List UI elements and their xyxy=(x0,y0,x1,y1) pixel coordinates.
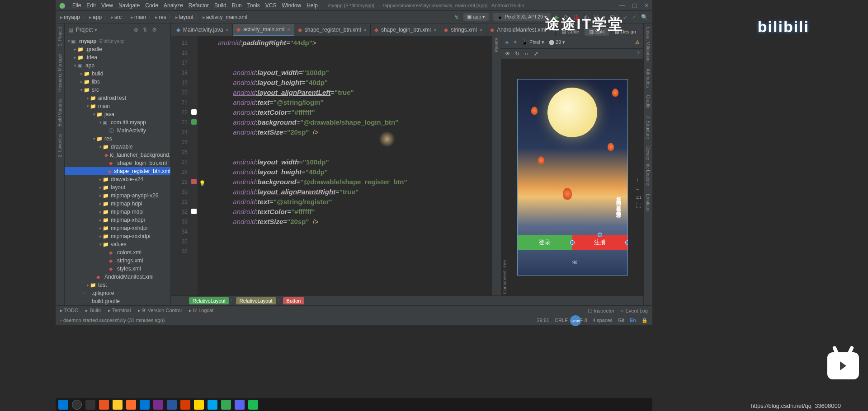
breadcrumb[interactable]: ▸myapp〉▸app〉▸src〉▸main〉▸res〉▸layout〉▸act… xyxy=(60,13,247,21)
tree-item[interactable]: ◆shape_login_btn.xml xyxy=(65,159,170,167)
component-tree-label[interactable]: Component Tree xyxy=(502,260,507,294)
bottom-tab[interactable]: ▸ Terminal xyxy=(108,308,131,313)
tree-item[interactable]: ◆shape_register_btn.xml xyxy=(65,167,170,175)
close-tab-icon[interactable]: × xyxy=(480,27,482,33)
layout-preview[interactable]: 你是遥远的明月 挂在每一个思念你的夜 登录 注册 90 xyxy=(501,59,643,295)
tree-item[interactable]: ▾▣com.ttit.myapp xyxy=(65,118,170,126)
code-crumb[interactable]: RelativeLayout xyxy=(189,297,229,304)
crumb-main[interactable]: main xyxy=(134,14,146,20)
maximize-icon[interactable]: ▢ xyxy=(632,2,637,9)
tool-device-file-explorer[interactable]: Device File Explorer xyxy=(646,145,651,188)
crumb-res[interactable]: res xyxy=(159,14,166,20)
api-level[interactable]: ⬤ 29 ▾ xyxy=(549,39,565,45)
project-view-label[interactable]: Project xyxy=(76,27,93,33)
git-branch[interactable]: Git xyxy=(618,318,624,323)
crumb-myapp[interactable]: myapp xyxy=(64,14,80,20)
tree-item[interactable]: ▾📁java xyxy=(65,110,170,118)
tree-item[interactable]: ▫build.gradle xyxy=(65,297,170,305)
expand-icon[interactable]: ⤢ xyxy=(534,51,538,57)
tool-resource-manager[interactable]: Resource Manager xyxy=(57,51,62,93)
menu-run[interactable]: Run xyxy=(229,1,245,9)
login-button-preview[interactable]: 登录 xyxy=(518,235,573,250)
taskview-icon[interactable] xyxy=(85,400,95,410)
editor-tab[interactable]: ◆shape_register_btn.xml× xyxy=(294,24,371,36)
device-selector[interactable]: 📱 Pixel 3 XL API 29 ▾ xyxy=(493,13,551,21)
profiler-icon[interactable]: ◐ xyxy=(584,14,589,20)
close-tab-icon[interactable]: × xyxy=(363,27,366,33)
app-icon[interactable] xyxy=(99,400,109,410)
tree-item[interactable]: ▾📁src xyxy=(65,86,170,94)
cortana-icon[interactable] xyxy=(72,400,82,410)
pan-icon[interactable]: ◈ xyxy=(505,39,509,45)
code-breadcrumb[interactable]: RelativeLayout〉RelativeLayout〉Button xyxy=(171,295,643,305)
tree-item[interactable]: ▾▣app xyxy=(65,61,170,70)
run-icon[interactable]: ▶ xyxy=(555,14,559,20)
app-icon[interactable] xyxy=(180,400,190,410)
dropdown-icon[interactable]: ▾ xyxy=(94,27,97,33)
vcs-update-icon[interactable]: ↙ xyxy=(623,14,627,20)
stop-icon[interactable]: ■ xyxy=(602,14,605,20)
rotate-icon[interactable]: ↻ xyxy=(515,51,519,57)
register-button-preview[interactable]: 注册 xyxy=(572,235,627,250)
project-view-icon[interactable]: ▤ xyxy=(68,27,73,33)
lock-icon[interactable]: 🔒 xyxy=(642,318,648,323)
app-icon[interactable] xyxy=(126,400,136,410)
event-log-button[interactable]: ○ Event Log xyxy=(621,308,648,313)
wand-icon[interactable]: ✧ xyxy=(513,39,517,45)
tree-item[interactable]: ▸📁mipmap-anydpi-v26 xyxy=(65,191,170,200)
tree-item[interactable]: ⒿMainActivity xyxy=(65,126,170,135)
tree-item[interactable]: ◆styles.xml xyxy=(65,265,170,273)
tree-item[interactable]: ▸📁.idea xyxy=(65,53,170,61)
tree-item[interactable]: ▾📁drawable xyxy=(65,143,170,151)
crumb-layout[interactable]: layout xyxy=(179,14,193,20)
close-tab-icon[interactable]: × xyxy=(287,27,290,32)
menu-build[interactable]: Build xyxy=(212,1,229,9)
run-config-selector[interactable]: ▣ app ▾ xyxy=(463,13,489,21)
palette-strip[interactable]: Palette xyxy=(492,36,501,295)
tree-item[interactable]: ▸📁mipmap-xxhdpi xyxy=(65,224,170,232)
editor-tab[interactable]: ◆MainActivity.java× xyxy=(173,24,233,36)
menu-refactor[interactable]: Refactor xyxy=(186,1,212,9)
tree-item[interactable]: ▸📁layout xyxy=(65,183,170,191)
app-icon[interactable] xyxy=(194,400,204,410)
windows-taskbar[interactable] xyxy=(56,398,652,411)
crumb-src[interactable]: src xyxy=(114,14,122,20)
attach-debugger-icon[interactable]: ⇲ xyxy=(593,14,598,20)
app-icon[interactable] xyxy=(208,400,217,410)
editor-gutter[interactable]: 151617181920212223242526272829💡303132333… xyxy=(171,36,198,295)
code-text[interactable]: android:paddingRight="44dp"> android:lay… xyxy=(198,36,492,295)
app-icon[interactable] xyxy=(113,400,123,410)
expand-all-icon[interactable]: ⇅ xyxy=(143,27,147,33)
tree-item[interactable]: ▾📁values xyxy=(65,240,170,248)
tree-item[interactable]: ◆colors.xml xyxy=(65,248,170,257)
tree-item[interactable]: ▾📁res xyxy=(65,135,170,143)
hide-icon[interactable]: — xyxy=(161,27,167,33)
code-view-button[interactable]: ▤ Code xyxy=(557,28,584,36)
menu-edit[interactable]: Edit xyxy=(84,1,99,9)
caret-position[interactable]: 29:61 xyxy=(537,318,549,323)
tool-gradle[interactable]: Gradle xyxy=(646,93,651,110)
tool-layout-validation[interactable]: Layout Validation xyxy=(646,25,651,63)
fullscreen-icon[interactable]: ⛶ xyxy=(636,202,642,209)
debug-icon[interactable]: 🐞 xyxy=(573,14,580,20)
menu-help[interactable]: Help xyxy=(304,1,321,9)
code-crumb[interactable]: Button xyxy=(283,297,305,304)
app-icon[interactable] xyxy=(140,400,150,410)
tool-1--project[interactable]: 1: Project xyxy=(57,25,62,48)
tool-2--favorites[interactable]: 2: Favorites xyxy=(57,132,62,159)
bottom-tab[interactable]: ▸ 9: Version Control xyxy=(138,308,182,313)
tool-7--structure[interactable]: 7: Structure xyxy=(646,114,651,141)
sync-icon[interactable]: ↯ xyxy=(454,14,459,20)
tree-item[interactable]: ▸📁build xyxy=(65,70,170,78)
bottom-tab[interactable]: ▸ 6: Logcat xyxy=(189,308,213,313)
line-separator[interactable]: CRLF xyxy=(555,318,568,323)
design-view-button[interactable]: ▦ Design xyxy=(610,28,641,36)
tool-build-variants[interactable]: Build Variants xyxy=(57,97,62,128)
tree-item[interactable]: ▾📁main xyxy=(65,102,170,110)
tree-item[interactable]: ▸📁androidTest xyxy=(65,94,170,102)
tree-item[interactable]: ▸📁mipmap-hdpi xyxy=(65,200,170,208)
tree-item[interactable]: ▸📁test xyxy=(65,281,170,289)
menu-analyze[interactable]: Analyze xyxy=(161,1,186,9)
code-crumb[interactable]: RelativeLayout xyxy=(236,297,276,304)
eye-icon[interactable]: 👁 xyxy=(505,51,510,57)
